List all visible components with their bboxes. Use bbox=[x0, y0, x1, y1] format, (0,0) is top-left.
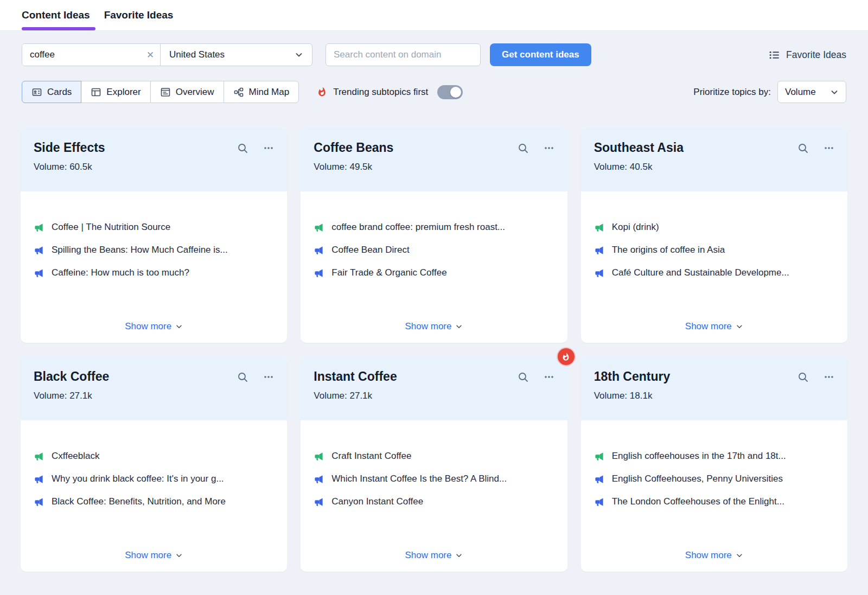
card-body: coffee brand coffee: premium fresh roast… bbox=[301, 191, 567, 343]
megaphone-icon bbox=[34, 451, 44, 462]
headline-text: Spilling the Beans: How Much Caffeine is… bbox=[52, 245, 228, 255]
show-more-button[interactable]: Show more bbox=[685, 321, 743, 332]
headline-item[interactable]: Café Culture and Sustainable Developme..… bbox=[594, 267, 834, 278]
chevron-down-icon bbox=[175, 323, 183, 330]
view-cards-button[interactable]: Cards bbox=[22, 81, 81, 103]
headline-item[interactable]: The London Coffeehouses of the Enlight..… bbox=[594, 496, 834, 507]
megaphone-icon bbox=[314, 222, 324, 233]
card-body: Kopi (drink) The origins of coffee in As… bbox=[581, 191, 847, 343]
show-more-button[interactable]: Show more bbox=[125, 550, 183, 561]
headline-item[interactable]: Why you drink black coffee: It's in your… bbox=[34, 474, 274, 484]
card-header: Instant Coffee Volume: 27.1k bbox=[301, 356, 567, 420]
more-options-icon[interactable] bbox=[824, 143, 834, 153]
prioritize-select[interactable]: Volume bbox=[777, 81, 846, 103]
search-icon[interactable] bbox=[237, 372, 248, 382]
card-header: Black Coffee Volume: 27.1k bbox=[21, 356, 287, 420]
search-icon[interactable] bbox=[518, 372, 528, 382]
headline-item[interactable]: Fair Trade & Organic Coffee bbox=[314, 267, 554, 278]
show-more-button[interactable]: Show more bbox=[685, 550, 743, 561]
view-explorer-label: Explorer bbox=[106, 87, 141, 98]
topic-card-coffee-beans: Coffee Beans Volume: 49.5k coffee brand … bbox=[301, 127, 567, 343]
view-explorer-button[interactable]: Explorer bbox=[81, 81, 150, 103]
more-options-icon[interactable] bbox=[544, 372, 554, 382]
clear-keyword-icon[interactable]: ✕ bbox=[141, 44, 160, 66]
headline-text: English coffeehouses in the 17th and 18t… bbox=[612, 451, 786, 462]
trending-control: Trending subtopics first bbox=[317, 85, 463, 99]
view-mindmap-button[interactable]: Mind Map bbox=[224, 81, 299, 103]
card-volume: Volume: 18.1k bbox=[594, 391, 834, 401]
favorite-ideas-link[interactable]: Favorite Ideas bbox=[769, 49, 846, 61]
mindmap-view-icon bbox=[233, 87, 244, 98]
headline-text: Fair Trade & Organic Coffee bbox=[331, 267, 446, 278]
more-options-icon[interactable] bbox=[824, 372, 834, 382]
headline-item[interactable]: Canyon Instant Coffee bbox=[314, 496, 554, 507]
prioritize-label: Prioritize topics by: bbox=[693, 87, 771, 98]
megaphone-icon bbox=[314, 245, 324, 255]
megaphone-icon bbox=[594, 245, 604, 255]
get-content-ideas-button[interactable]: Get content ideas bbox=[490, 43, 591, 66]
megaphone-icon bbox=[314, 497, 324, 507]
show-more-label: Show more bbox=[405, 550, 452, 561]
prioritize-select-value: Volume bbox=[785, 87, 816, 98]
country-select[interactable]: United States bbox=[160, 44, 312, 66]
megaphone-icon bbox=[594, 268, 604, 278]
toggle-knob bbox=[450, 87, 461, 98]
show-more-label: Show more bbox=[125, 321, 171, 332]
headline-text: Cxffeeblack bbox=[52, 451, 100, 462]
headline-item[interactable]: Caffeine: How much is too much? bbox=[34, 267, 274, 278]
view-overview-button[interactable]: Overview bbox=[150, 81, 224, 103]
megaphone-icon bbox=[594, 451, 604, 462]
tab-content-ideas[interactable]: Content Ideas bbox=[22, 0, 90, 30]
headline-text: Kopi (drink) bbox=[612, 222, 659, 233]
headline-item[interactable]: English Coffeehouses, Penny Universities bbox=[594, 474, 834, 484]
tab-favorite-ideas-label: Favorite Ideas bbox=[104, 9, 174, 21]
headline-item[interactable]: Coffee | The Nutrition Source bbox=[34, 222, 274, 233]
chevron-down-icon bbox=[175, 552, 183, 559]
search-icon[interactable] bbox=[797, 143, 808, 153]
show-more-label: Show more bbox=[685, 321, 732, 332]
flame-icon bbox=[317, 87, 327, 97]
headline-item[interactable]: Kopi (drink) bbox=[594, 222, 834, 233]
headline-item[interactable]: The origins of coffee in Asia bbox=[594, 245, 834, 255]
headline-text: The London Coffeehouses of the Enlight..… bbox=[612, 496, 784, 507]
headline-item[interactable]: English coffeehouses in the 17th and 18t… bbox=[594, 451, 834, 462]
headline-item[interactable]: Cxffeeblack bbox=[34, 451, 274, 462]
keyword-input[interactable] bbox=[22, 44, 141, 66]
search-icon[interactable] bbox=[518, 143, 528, 153]
card-volume: Volume: 49.5k bbox=[314, 162, 554, 172]
headline-text: Caffeine: How much is too much? bbox=[52, 267, 189, 278]
tab-favorite-ideas[interactable]: Favorite Ideas bbox=[104, 0, 174, 30]
topic-card-southeast-asia: Southeast Asia Volume: 40.5k Kopi (drink… bbox=[581, 127, 847, 343]
show-more-button[interactable]: Show more bbox=[125, 321, 183, 332]
headline-item[interactable]: coffee brand coffee: premium fresh roast… bbox=[314, 222, 554, 233]
megaphone-icon bbox=[34, 497, 44, 507]
show-more-button[interactable]: Show more bbox=[405, 321, 463, 332]
domain-search-input[interactable] bbox=[326, 43, 481, 66]
headline-item[interactable]: Craft Instant Coffee bbox=[314, 451, 554, 462]
more-options-icon[interactable] bbox=[544, 143, 554, 153]
show-more-button[interactable]: Show more bbox=[405, 550, 463, 561]
topic-card-instant-coffee: Instant Coffee Volume: 27.1k Craft Insta… bbox=[301, 356, 567, 572]
card-title: Black Coffee bbox=[34, 369, 222, 384]
more-options-icon[interactable] bbox=[263, 143, 274, 153]
headline-item[interactable]: Spilling the Beans: How Much Caffeine is… bbox=[34, 245, 274, 255]
cards-view-icon bbox=[31, 87, 42, 98]
chevron-down-icon bbox=[830, 88, 839, 97]
search-icon[interactable] bbox=[237, 143, 248, 153]
headline-item[interactable]: Which Instant Coffee Is the Best? A Blin… bbox=[314, 474, 554, 484]
headline-item[interactable]: Coffee Bean Direct bbox=[314, 245, 554, 255]
card-header: Coffee Beans Volume: 49.5k bbox=[301, 127, 567, 191]
card-title: Side Effects bbox=[34, 140, 222, 155]
headline-text: Canyon Instant Coffee bbox=[331, 496, 423, 507]
card-title: Instant Coffee bbox=[314, 369, 502, 384]
megaphone-icon bbox=[314, 268, 324, 278]
headline-text: Black Coffee: Benefits, Nutrition, and M… bbox=[52, 496, 226, 507]
topic-card-18th-century: 18th Century Volume: 18.1k English coffe… bbox=[581, 356, 847, 572]
headline-item[interactable]: Black Coffee: Benefits, Nutrition, and M… bbox=[34, 496, 274, 507]
megaphone-icon bbox=[34, 474, 44, 484]
search-icon[interactable] bbox=[797, 372, 808, 382]
more-options-icon[interactable] bbox=[263, 372, 274, 382]
headline-text: Café Culture and Sustainable Developme..… bbox=[612, 267, 789, 278]
trending-toggle[interactable] bbox=[437, 85, 463, 99]
card-body: Craft Instant Coffee Which Instant Coffe… bbox=[301, 420, 567, 572]
